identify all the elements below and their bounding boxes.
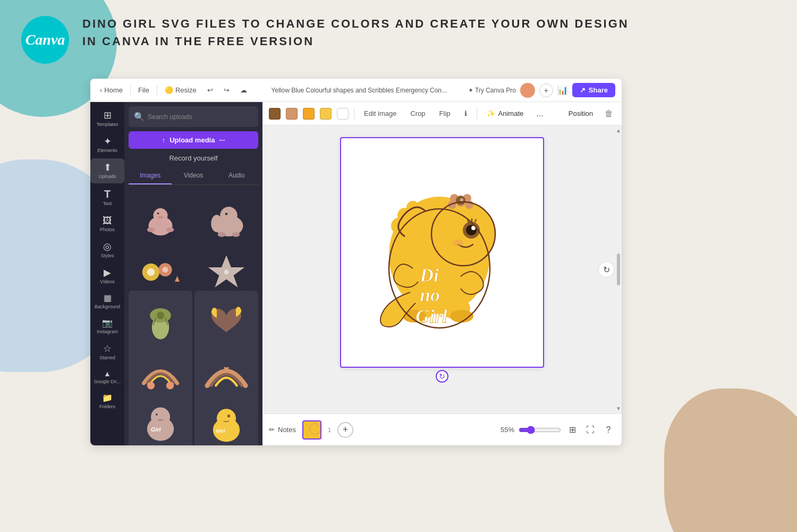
more-options-button[interactable]: ... xyxy=(533,107,546,121)
add-page-button[interactable]: + xyxy=(337,422,353,438)
sidebar-item-text[interactable]: T Text xyxy=(90,184,124,210)
header-title: DINO GIRL SVG FILES TO CHANGE COLORS AND… xyxy=(82,15,765,50)
page-number: 1 xyxy=(328,427,331,433)
delete-button[interactable]: 🗑 xyxy=(603,107,615,121)
svg-point-5 xyxy=(158,216,164,218)
app-toolbar: ‹ Home File 🟡 Resize ↩ ↪ ☁ Yellow Blue C… xyxy=(90,79,622,102)
share-button[interactable]: ↗ Share xyxy=(572,83,615,97)
videos-icon: ▶ xyxy=(104,268,111,277)
app-screenshot: ‹ Home File 🟡 Resize ↩ ↪ ☁ Yellow Blue C… xyxy=(90,79,622,445)
toolbar-separator xyxy=(130,85,131,96)
edit-image-button[interactable]: Edit image xyxy=(360,107,401,120)
starred-icon: ☆ xyxy=(103,344,112,353)
search-icon: 🔍 xyxy=(134,112,145,122)
uploads-icon: ⬆ xyxy=(104,163,112,172)
toolbar-right: ✦ Try Canva Pro + 📊 ↗ Share xyxy=(468,83,615,98)
flip-button[interactable]: Flip xyxy=(435,107,455,120)
sidebar-item-videos[interactable]: ▶ Videos xyxy=(90,264,124,289)
fullscreen-button[interactable]: ⛶ xyxy=(583,423,597,437)
tool-sep-2 xyxy=(477,108,477,119)
svg-point-31 xyxy=(217,409,236,428)
tab-audio[interactable]: Audio xyxy=(215,167,258,184)
tab-images[interactable]: Images xyxy=(129,167,172,184)
sidebar-item-instagram[interactable]: 📷 Instagram xyxy=(90,315,124,339)
sidebar-item-photos[interactable]: 🖼 Photos xyxy=(90,212,124,237)
upload-media-button[interactable]: ↑ Upload media ··· xyxy=(129,131,258,149)
svg-point-65 xyxy=(310,424,320,434)
fit-page-button[interactable]: ⊞ xyxy=(565,423,579,437)
color-swatch-white[interactable] xyxy=(337,108,349,120)
page-thumbnail-1[interactable] xyxy=(302,420,321,440)
rotate-handle[interactable]: ↻ xyxy=(436,370,448,383)
upload-icon: ↑ xyxy=(162,136,166,144)
sidebar-item-background[interactable]: ▦ Background xyxy=(90,290,124,314)
color-swatch-yellow[interactable] xyxy=(320,108,332,120)
svg-point-4 xyxy=(157,213,159,215)
analytics-icon[interactable]: 📊 xyxy=(557,85,568,95)
position-button[interactable]: Position xyxy=(564,107,597,120)
refresh-icon[interactable]: ↻ xyxy=(598,261,614,277)
toolbar-nav: ‹ Home File 🟡 Resize ↩ ↪ ☁ xyxy=(97,84,250,96)
scroll-down-arrow[interactable]: ▼ xyxy=(616,406,621,411)
page-title: DINO GIRL SVG FILES TO CHANGE COLORS AND… xyxy=(82,15,765,50)
help-button[interactable]: ? xyxy=(601,423,615,437)
svg-point-25 xyxy=(166,382,174,389)
sidebar-item-starred[interactable]: ☆ Starred xyxy=(90,340,124,365)
sidebar-item-uploads[interactable]: ⬆ Uploads xyxy=(90,158,124,183)
svg-point-13 xyxy=(147,268,155,275)
styles-icon: ◎ xyxy=(103,242,112,251)
notes-button[interactable]: ✏ Notes xyxy=(269,426,296,434)
color-swatch-terracotta[interactable] xyxy=(286,108,298,120)
try-pro-button[interactable]: ✦ Try Canva Pro xyxy=(468,87,516,94)
svg-point-33 xyxy=(227,415,230,417)
svg-point-1 xyxy=(154,208,168,223)
resize-button[interactable]: 🟡 Resize xyxy=(162,84,200,96)
crop-button[interactable]: Crop xyxy=(406,107,429,120)
photos-icon: 🖼 xyxy=(103,216,112,225)
color-swatch-brown[interactable] xyxy=(269,108,281,120)
search-input[interactable] xyxy=(148,113,253,121)
sidebar-item-folders[interactable]: 📁 Folders xyxy=(90,390,124,413)
color-swatch-orange[interactable] xyxy=(303,108,315,120)
canva-logo: Canva xyxy=(21,16,69,64)
svg-text:Girl: Girl xyxy=(216,428,225,434)
upload-more-icon: ··· xyxy=(219,136,225,144)
tab-videos[interactable]: Videos xyxy=(172,167,215,184)
canvas-scroll-area[interactable]: Di no Girl ↻ ▲ ▼ xyxy=(262,125,622,413)
canvas-footer: ✏ Notes 1 + 55% ⊞ ⛶ ? xyxy=(262,413,622,445)
record-yourself-button[interactable]: Record yourself xyxy=(124,151,262,165)
zoom-slider[interactable] xyxy=(519,426,561,434)
animate-icon: ✨ xyxy=(487,109,495,117)
canvas-page[interactable]: Di no Girl ↻ xyxy=(341,138,543,367)
add-collaborator-button[interactable]: + xyxy=(539,83,553,97)
canvas-scrollbar[interactable]: ▲ ▼ xyxy=(615,125,622,413)
sidebar-item-styles[interactable]: ◎ Styles xyxy=(90,238,124,263)
home-button[interactable]: ‹ Home xyxy=(97,84,126,96)
document-title: Yellow Blue Colourful shapes and Scribbl… xyxy=(256,87,463,94)
info-button[interactable]: ℹ xyxy=(460,107,471,120)
sidebar-item-google-drive[interactable]: ▲ Google Dri... xyxy=(90,366,124,389)
toolbar-separator2 xyxy=(157,85,157,96)
redo-button[interactable]: ↪ xyxy=(221,84,233,96)
instagram-icon: 📷 xyxy=(102,319,113,327)
sidebar-item-elements[interactable]: ✦ Elements xyxy=(90,132,124,157)
resize-icon: 🟡 xyxy=(165,86,173,94)
scroll-up-arrow[interactable]: ▲ xyxy=(616,128,621,133)
svg-point-27 xyxy=(151,408,170,427)
media-thumb-dino-girl1[interactable]: Girl xyxy=(129,392,192,445)
cloud-button[interactable]: ☁ xyxy=(237,84,250,96)
dino-illustration: Di no Girl xyxy=(341,138,543,367)
media-thumb-dino-girl2[interactable]: Girl xyxy=(194,392,258,445)
animate-button[interactable]: ✨ Animate xyxy=(482,107,528,120)
file-button[interactable]: File xyxy=(135,84,152,96)
svg-point-10 xyxy=(232,232,240,237)
elements-icon: ✦ xyxy=(104,137,112,146)
canva-logo-text: Canva xyxy=(26,31,65,48)
user-avatar[interactable] xyxy=(520,83,535,98)
tool-sep-1 xyxy=(354,108,354,119)
search-bar[interactable]: 🔍 xyxy=(129,106,258,127)
canvas-toolbar: Edit image Crop Flip ℹ ✨ Animate ... Pos… xyxy=(262,102,622,125)
scroll-thumb[interactable] xyxy=(617,254,620,285)
sidebar-item-templates[interactable]: ⊞ Templates xyxy=(90,106,124,131)
undo-button[interactable]: ↩ xyxy=(204,84,216,96)
